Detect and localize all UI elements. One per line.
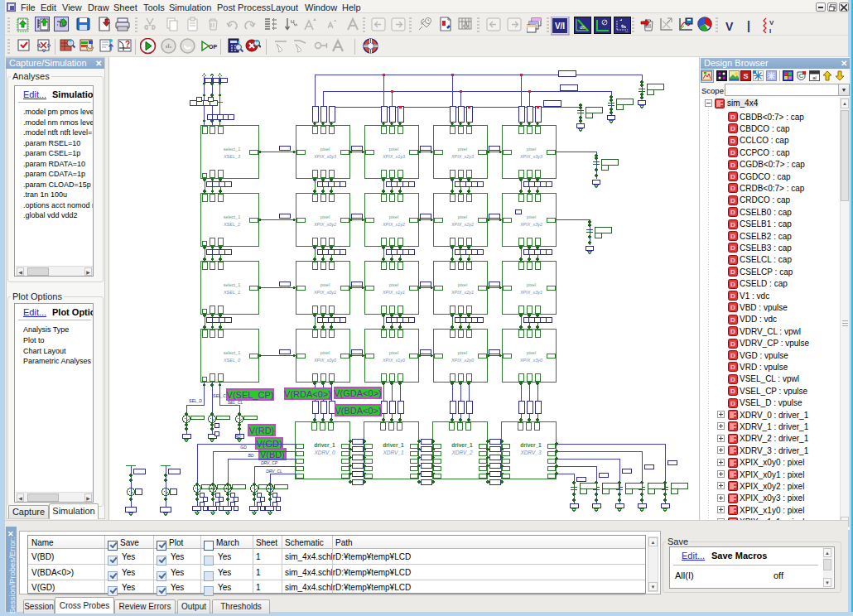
svg-text:XPIX_x0y3: XPIX_x0y3 — [313, 154, 337, 159]
svg-text:driver_1: driver_1 — [451, 442, 473, 448]
svg-text:GD: GD — [240, 445, 247, 450]
svg-text:D: D — [730, 125, 735, 132]
svg-text:D: D — [730, 233, 735, 240]
svg-text:driver_1: driver_1 — [520, 442, 542, 448]
svg-text:D: D — [730, 376, 735, 383]
svg-text:pixel: pixel — [320, 214, 330, 219]
svg-text:driver_1: driver_1 — [314, 442, 335, 448]
svg-text:D: D — [730, 209, 735, 216]
svg-text:D: D — [730, 244, 735, 252]
svg-text:pixel: pixel — [389, 147, 398, 152]
svg-text:select_1: select_1 — [224, 282, 241, 287]
svg-text:XPIX_x1y1: XPIX_x1y1 — [382, 290, 405, 295]
svg-text:pixel: pixel — [527, 147, 536, 152]
svg-text:pixel: pixel — [320, 350, 330, 355]
svg-text:driver_1: driver_1 — [383, 442, 404, 448]
svg-text:D: D — [730, 137, 735, 145]
svg-text:?: ? — [125, 40, 130, 49]
svg-text:D: D — [730, 304, 735, 311]
svg-text:V(BD): V(BD) — [260, 450, 285, 460]
svg-text:V(SEL_CP): V(SEL_CP) — [227, 390, 274, 400]
svg-text:_: _ — [624, 27, 629, 32]
svg-text:XPIX_x0y0: XPIX_x0y0 — [313, 358, 337, 363]
svg-text:XPIX_x2y2: XPIX_x2y2 — [451, 222, 474, 227]
svg-text:D: D — [730, 352, 735, 359]
svg-text:pixel: pixel — [320, 282, 330, 287]
svg-text:XDRV_1: XDRV_1 — [382, 450, 404, 455]
svg-text:D: D — [730, 221, 735, 229]
svg-text:pixel: pixel — [527, 214, 536, 219]
svg-text:D: D — [730, 197, 735, 205]
svg-text:pixel: pixel — [320, 147, 330, 152]
svg-text:V(RD): V(RD) — [249, 426, 275, 436]
svg-text:D: D — [730, 113, 735, 121]
svg-text:pixel: pixel — [389, 214, 398, 219]
svg-text:XPIX_x2y0: XPIX_x2y0 — [451, 358, 475, 363]
svg-text:V/I: V/I — [555, 22, 565, 31]
svg-text:SEL_CL: SEL_CL — [228, 400, 243, 405]
svg-text:RD: RD — [234, 434, 241, 439]
svg-text:XPIX_x2y3: XPIX_x2y3 — [451, 154, 475, 159]
svg-text:D: D — [730, 292, 735, 300]
svg-text:select_1: select_1 — [224, 350, 241, 355]
svg-text:select_1: select_1 — [224, 147, 241, 152]
svg-text:D: D — [730, 185, 735, 192]
svg-text:D: D — [730, 173, 735, 180]
svg-text:pixel: pixel — [389, 350, 398, 355]
svg-text:pixel: pixel — [458, 214, 467, 219]
svg-text:V(GDA<0>): V(GDA<0>) — [334, 388, 381, 398]
svg-text:OP: OP — [209, 44, 217, 50]
svg-text:D: D — [730, 328, 735, 335]
svg-text:XSEL_0: XSEL_0 — [223, 358, 241, 363]
svg-text:D: D — [730, 281, 735, 288]
svg-text:S: S — [743, 72, 748, 80]
svg-text:XPIX_x2y1: XPIX_x2y1 — [451, 290, 474, 295]
svg-text:pixel: pixel — [389, 282, 398, 287]
svg-text:XPIX_x3y0: XPIX_x3y0 — [519, 358, 543, 363]
svg-text:DRV_CP: DRV_CP — [261, 460, 278, 465]
svg-text:D: D — [730, 268, 735, 276]
svg-text:D: D — [730, 257, 735, 264]
svg-text:V(RDA<0>): V(RDA<0>) — [284, 389, 331, 399]
svg-text:D: D — [730, 400, 735, 407]
svg-text:SEL_C: SEL_C — [213, 393, 226, 398]
svg-text:XPIX_x1y2: XPIX_x1y2 — [382, 222, 405, 227]
svg-text:db: db — [580, 25, 586, 30]
svg-text:D: D — [730, 149, 735, 156]
svg-text:pixel: pixel — [458, 282, 467, 287]
svg-text:XSEL_2: XSEL_2 — [223, 222, 240, 227]
svg-text:pixel: pixel — [458, 147, 467, 152]
svg-text:al: al — [812, 75, 817, 80]
svg-text:XPIX_x3y3: XPIX_x3y3 — [519, 154, 543, 159]
svg-text:pixel: pixel — [527, 350, 536, 355]
svg-text:D: D — [730, 161, 735, 169]
svg-text:select_1: select_1 — [224, 214, 241, 219]
svg-text:D: D — [730, 363, 735, 371]
svg-text:DRV_CL: DRV_CL — [266, 469, 282, 474]
svg-text:XSEL_1: XSEL_1 — [223, 290, 240, 295]
svg-text:pixel: pixel — [458, 350, 467, 355]
svg-text:XPIX_x3y2: XPIX_x3y2 — [519, 222, 542, 227]
svg-text:V: V — [769, 19, 774, 26]
svg-text:XPIX_x3y1: XPIX_x3y1 — [519, 290, 542, 295]
svg-text:D: D — [730, 387, 735, 395]
svg-text:V(BDA<0>): V(BDA<0>) — [335, 406, 381, 416]
svg-text:XSEL_3: XSEL_3 — [223, 154, 241, 159]
svg-text:XPIX_x1y0: XPIX_x1y0 — [382, 358, 406, 363]
svg-text:XPIX_x0y1: XPIX_x0y1 — [313, 290, 336, 295]
svg-text:BD: BD — [248, 453, 254, 458]
svg-text:XDRV_3: XDRV_3 — [519, 450, 542, 455]
svg-text:XDRV_0: XDRV_0 — [313, 450, 335, 455]
svg-text:SEL_D: SEL_D — [189, 398, 202, 403]
svg-text:XPIX_x1y3: XPIX_x1y3 — [382, 154, 406, 159]
svg-text:D: D — [730, 340, 735, 348]
svg-text:D: D — [730, 316, 735, 324]
svg-text:I: I — [769, 27, 771, 34]
svg-text:XDRV_2: XDRV_2 — [451, 450, 473, 455]
svg-text:pixel: pixel — [527, 282, 536, 287]
svg-text:XPIX_x0y2: XPIX_x0y2 — [313, 222, 336, 227]
